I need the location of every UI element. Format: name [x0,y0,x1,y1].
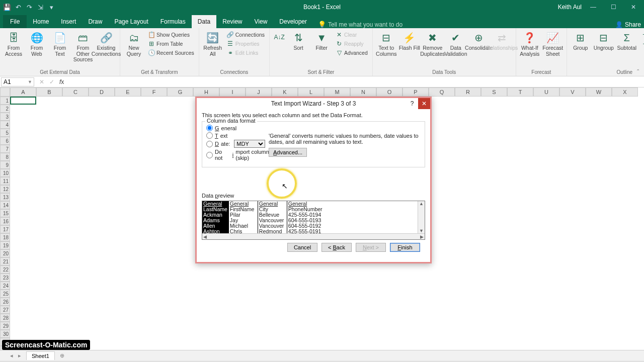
row-header[interactable]: 12 [0,185,10,193]
remove-dup-button[interactable]: ✖Remove Duplicates [422,30,443,57]
col-header[interactable]: Q [429,87,455,97]
col-header[interactable]: C [62,87,89,97]
col-header[interactable]: E [115,87,141,97]
row-header[interactable]: 8 [0,153,10,161]
active-cell[interactable] [10,97,36,105]
maximize-button[interactable]: ☐ [605,2,622,13]
row-header[interactable]: 22 [0,265,10,274]
row-header[interactable]: 9 [0,161,10,169]
col-header[interactable]: N [350,87,376,97]
recent-sources-button[interactable]: 🕓Recent Sources [146,48,196,57]
row-header[interactable]: 29 [0,322,10,330]
new-query-button[interactable]: 🗂New Query [123,30,144,57]
row-header[interactable]: 10 [0,169,10,177]
tab-insert[interactable]: Insert [55,15,82,28]
col-header[interactable]: I [219,87,246,97]
validation-button[interactable]: ✔Data Validation [445,30,466,57]
row-header[interactable]: 30 [0,330,10,338]
row-header[interactable]: 19 [0,241,10,249]
sort-az-button[interactable]: A↓Z [273,30,286,45]
ungroup-button[interactable]: ⊟Ungroup [593,30,614,51]
scroll-down-icon[interactable]: ▼ [419,228,424,233]
row-header[interactable]: 21 [0,257,10,265]
from-access-button[interactable]: 🗄From Access [3,30,24,57]
forecast-button[interactable]: 📈Forecast Sheet [542,30,564,57]
row-header[interactable]: 4 [0,121,10,129]
col-header[interactable]: B [36,87,62,97]
share-button[interactable]: Share [625,21,641,28]
text-to-columns-button[interactable]: ⊟Text to Columns [376,30,397,57]
tell-me-box[interactable]: 💡Tell me what you want to do [318,21,403,28]
show-queries-button[interactable]: 📋Show Queries [146,30,196,39]
tab-home[interactable]: Home [27,15,55,28]
existing-conn-button[interactable]: 🔗Existing Connections [96,30,117,57]
row-header[interactable]: 24 [0,282,10,290]
sort-button[interactable]: ⇅Sort [288,30,309,51]
row-header[interactable]: 17 [0,225,10,233]
col-header[interactable]: L [298,87,324,97]
touch-mode-icon[interactable]: ⇲ [36,3,44,11]
row-header[interactable]: 25 [0,290,10,298]
col-header[interactable]: R [455,87,481,97]
new-sheet-icon[interactable]: ⊕ [60,352,64,359]
fx-icon[interactable]: fx [59,78,64,85]
tab-view[interactable]: View [249,15,274,28]
close-button[interactable]: ✕ [625,2,642,13]
share-icon[interactable]: 👤 [615,21,623,28]
tab-draw[interactable]: Draw [82,15,108,28]
whatif-button[interactable]: ❓What-If Analysis [519,30,540,57]
col-header[interactable]: W [586,87,612,97]
from-text-button[interactable]: 📄From Text [49,30,70,57]
from-table-button[interactable]: ⊞From Table [146,39,196,48]
filter-button[interactable]: ▼Filter [311,30,332,51]
row-header[interactable]: 3 [0,113,10,121]
scroll-right-icon[interactable]: ▶ [420,234,424,239]
col-header[interactable]: M [324,87,350,97]
col-header[interactable]: O [376,87,403,97]
redo-icon[interactable]: ↷ [25,3,33,11]
scroll-left-icon[interactable]: ◀ [203,234,207,239]
row-header[interactable]: 13 [0,193,10,201]
qat-dropdown-icon[interactable]: ▾ [47,3,55,11]
save-icon[interactable]: 💾 [3,3,11,11]
advanced-button[interactable]: Advanced... [269,148,307,157]
tab-data[interactable]: Data [192,15,216,28]
preview-vscroll[interactable]: ▲▼ [418,201,425,233]
col-header[interactable]: G [167,87,193,97]
col-header[interactable]: S [481,87,507,97]
advanced-filter-button[interactable]: ▽Advanced [334,48,369,57]
radio-general[interactable]: General [206,125,282,131]
col-header[interactable]: A [10,87,36,97]
row-header[interactable]: 18 [0,233,10,241]
col-header[interactable]: T [507,87,533,97]
col-header[interactable]: U [533,87,559,97]
name-box[interactable]: A1▼ [1,77,34,86]
from-other-button[interactable]: 🗃From Other Sources [72,30,94,63]
col-header[interactable]: J [246,87,272,97]
row-header[interactable]: 23 [0,274,10,282]
col-header[interactable]: K [272,87,298,97]
col-header[interactable]: X [612,87,638,97]
preview-hscroll[interactable]: ◀▶ [202,233,425,239]
refresh-all-button[interactable]: 🔄Refresh All [202,30,223,57]
subtotal-button[interactable]: ΣSubtotal [616,30,637,51]
row-header[interactable]: 20 [0,249,10,257]
back-button[interactable]: < Back [321,243,352,252]
tab-review[interactable]: Review [216,15,248,28]
dialog-close-button[interactable]: ✕ [418,98,430,109]
sheet-tab-1[interactable]: Sheet1 [26,351,55,360]
row-header[interactable]: 26 [0,298,10,306]
col-header[interactable]: H [193,87,219,97]
row-header[interactable]: 6 [0,137,10,145]
tab-file[interactable]: File [3,15,27,28]
select-all-corner[interactable] [0,87,10,97]
connections-button[interactable]: 🔗Connections [225,30,266,39]
flash-fill-button[interactable]: ⚡Flash Fill [399,30,420,51]
row-header[interactable]: 27 [0,306,10,314]
sheet-nav-prev-icon[interactable]: ◂ [10,352,13,359]
row-header[interactable]: 2 [0,105,10,113]
row-header[interactable]: 15 [0,209,10,217]
row-header[interactable]: 16 [0,217,10,225]
row-header[interactable]: 28 [0,314,10,322]
date-format-select[interactable]: MDY [234,140,265,148]
